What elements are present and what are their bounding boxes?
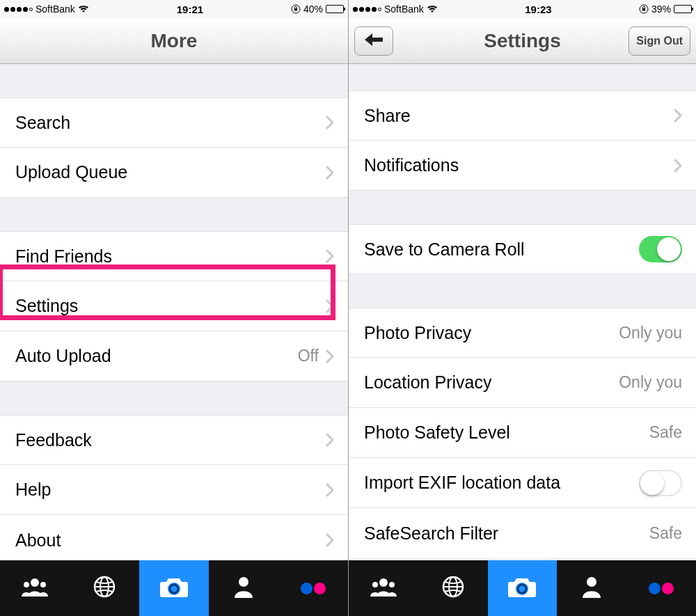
- row-notifications[interactable]: Notifications: [349, 141, 696, 191]
- wifi-icon: [78, 5, 89, 13]
- row-label: SafeSearch Filter: [364, 523, 649, 544]
- list-gap: [0, 64, 348, 97]
- people-icon: [370, 576, 397, 601]
- list-gap: [349, 64, 696, 90]
- camera-icon: [507, 575, 537, 601]
- row-import-exif[interactable]: Import EXIF location data: [349, 458, 696, 508]
- status-time: 19:21: [177, 3, 203, 15]
- svg-point-14: [372, 582, 378, 587]
- row-label: About: [15, 530, 326, 551]
- list-more: Search Upload Queue Find Friends Setting…: [0, 64, 348, 560]
- row-value: Safe: [649, 423, 682, 442]
- orientation-lock-icon: [639, 4, 649, 14]
- chevron-right-icon: [326, 433, 334, 447]
- row-value: Only you: [619, 373, 682, 392]
- list-gap: [0, 198, 348, 231]
- status-left: SoftBank: [353, 3, 438, 15]
- status-left: SoftBank: [4, 3, 89, 15]
- list-settings: Share Notifications Save to Camera Roll …: [349, 64, 696, 560]
- signal-strength-icon: [353, 7, 381, 12]
- row-share[interactable]: Share: [349, 90, 696, 141]
- row-label: Auto Upload: [15, 346, 298, 366]
- tab-camera[interactable]: [488, 560, 557, 616]
- tab-globe[interactable]: [70, 560, 139, 616]
- toggle-save-camera-roll[interactable]: [639, 236, 682, 262]
- svg-point-3: [24, 582, 29, 587]
- row-location-privacy[interactable]: Location Privacy Only you: [349, 358, 696, 408]
- row-label: Help: [15, 480, 326, 500]
- toggle-import-exif[interactable]: [639, 470, 682, 496]
- tab-people[interactable]: [0, 560, 70, 616]
- sign-out-label: Sign Out: [636, 35, 683, 47]
- svg-point-2: [31, 578, 39, 587]
- row-label: Location Privacy: [364, 372, 619, 393]
- row-label: Import EXIF location data: [364, 473, 639, 493]
- tab-bar: [0, 560, 348, 616]
- battery-percent: 39%: [651, 3, 671, 15]
- row-label: Share: [364, 106, 674, 126]
- row-value: Safe: [649, 524, 682, 543]
- row-upload-queue[interactable]: Upload Queue: [0, 148, 348, 198]
- battery-icon: [674, 5, 692, 13]
- svg-rect-12: [642, 8, 645, 11]
- list-gap: [349, 191, 696, 224]
- globe-icon: [441, 575, 465, 601]
- status-right: 39%: [639, 3, 692, 15]
- chevron-right-icon: [674, 159, 682, 173]
- svg-point-15: [389, 582, 395, 587]
- row-save-camera-roll[interactable]: Save to Camera Roll: [349, 224, 696, 274]
- wifi-icon: [427, 5, 438, 13]
- signal-strength-icon: [4, 7, 33, 12]
- row-label: Feedback: [15, 430, 326, 450]
- tab-profile[interactable]: [557, 560, 626, 616]
- chevron-right-icon: [326, 483, 334, 497]
- status-right: 40%: [291, 3, 344, 15]
- row-photo-privacy[interactable]: Photo Privacy Only you: [349, 308, 696, 358]
- list-gap: [349, 274, 696, 308]
- camera-icon: [159, 575, 189, 601]
- row-label: Photo Privacy: [364, 323, 619, 343]
- row-label: Notifications: [364, 155, 674, 175]
- tab-flickr[interactable]: [278, 560, 348, 616]
- chevron-right-icon: [674, 109, 682, 123]
- tab-people[interactable]: [349, 560, 418, 616]
- row-search[interactable]: Search: [0, 97, 348, 148]
- carrier-label: SoftBank: [35, 3, 75, 15]
- orientation-lock-icon: [291, 4, 301, 14]
- back-arrow-icon: [363, 32, 384, 50]
- row-safesearch[interactable]: SafeSearch Filter Safe: [349, 508, 696, 558]
- row-label: Save to Camera Roll: [364, 239, 639, 260]
- row-settings[interactable]: Settings: [0, 281, 348, 331]
- svg-point-4: [40, 582, 46, 587]
- screen-settings: SoftBank 19:23 39% Settings Sign Out Sh: [348, 0, 696, 616]
- chevron-right-icon: [326, 299, 334, 313]
- row-find-friends[interactable]: Find Friends: [0, 231, 348, 281]
- globe-icon: [93, 575, 116, 601]
- flickr-icon: [649, 583, 674, 594]
- row-label: Find Friends: [15, 246, 326, 267]
- tab-globe[interactable]: [418, 560, 488, 616]
- status-time: 19:23: [525, 3, 551, 15]
- row-photo-safety[interactable]: Photo Safety Level Safe: [349, 408, 696, 458]
- row-label: Settings: [15, 296, 326, 316]
- tab-flickr[interactable]: [626, 560, 696, 616]
- person-icon: [581, 575, 602, 601]
- svg-rect-1: [294, 8, 297, 11]
- row-auto-upload[interactable]: Auto Upload Off: [0, 331, 348, 381]
- carrier-label: SoftBank: [384, 3, 424, 15]
- tab-profile[interactable]: [209, 560, 278, 616]
- back-button[interactable]: [354, 26, 393, 56]
- chevron-right-icon: [326, 349, 334, 363]
- svg-point-13: [379, 578, 388, 587]
- row-help[interactable]: Help: [0, 465, 348, 515]
- chevron-right-icon: [326, 533, 334, 547]
- row-value: Only you: [619, 324, 682, 342]
- tab-bar: [349, 560, 696, 616]
- status-bar: SoftBank 19:23 39%: [349, 0, 696, 18]
- tab-camera[interactable]: [139, 560, 209, 616]
- row-feedback[interactable]: Feedback: [0, 415, 348, 465]
- nav-bar: More: [0, 18, 348, 64]
- row-label: Upload Queue: [15, 162, 326, 182]
- sign-out-button[interactable]: Sign Out: [628, 26, 690, 56]
- row-about[interactable]: About: [0, 515, 348, 560]
